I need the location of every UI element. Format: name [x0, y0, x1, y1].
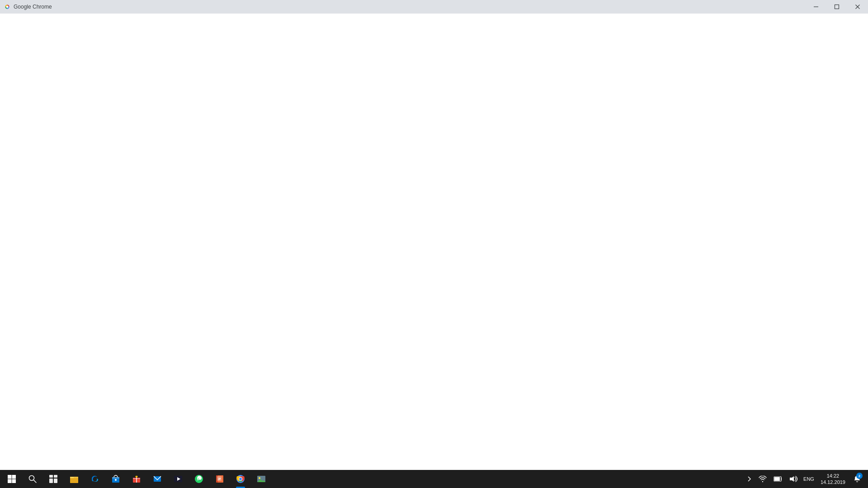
battery-icon[interactable] — [771, 470, 785, 488]
language-indicator[interactable]: ENG — [802, 470, 816, 488]
time-display: 14:22 — [827, 473, 840, 479]
taskbar-icon-chrome[interactable] — [231, 470, 250, 488]
taskbar-search-button[interactable] — [23, 470, 42, 488]
taskbar: P — [0, 470, 868, 488]
svg-rect-4 — [835, 5, 839, 9]
svg-rect-13 — [49, 475, 53, 478]
svg-marker-44 — [790, 476, 794, 482]
svg-rect-8 — [12, 475, 16, 479]
notification-badge: 2 — [856, 473, 863, 479]
svg-rect-21 — [112, 477, 119, 479]
svg-point-41 — [762, 481, 763, 482]
taskbar-icon-powerpoint[interactable]: P — [210, 470, 230, 488]
wifi-icon[interactable] — [755, 470, 770, 488]
svg-point-37 — [239, 478, 242, 480]
svg-point-22 — [115, 479, 117, 481]
show-hidden-icons-button[interactable] — [744, 470, 755, 488]
minimize-button[interactable] — [806, 0, 826, 14]
volume-icon[interactable] — [786, 470, 801, 488]
svg-rect-16 — [54, 479, 57, 483]
svg-point-11 — [29, 476, 34, 481]
svg-rect-9 — [8, 479, 12, 483]
taskbar-icon-mail[interactable] — [147, 470, 167, 488]
svg-rect-10 — [12, 479, 16, 483]
title-bar-left: Google Chrome — [4, 3, 52, 10]
taskbar-icon-file-explorer[interactable] — [64, 470, 84, 488]
notification-button[interactable]: 2 — [850, 470, 864, 488]
svg-rect-14 — [54, 475, 57, 478]
title-bar-text: Google Chrome — [14, 4, 52, 10]
system-tray: ENG 14:22 14.12.2019 2 — [742, 470, 866, 488]
taskbar-icon-image-viewer[interactable] — [251, 470, 271, 488]
svg-rect-19 — [70, 477, 74, 478]
taskbar-icon-edge[interactable] — [85, 470, 105, 488]
chrome-logo-icon — [4, 3, 11, 10]
taskbar-icon-gift[interactable] — [127, 470, 146, 488]
svg-point-1 — [6, 6, 9, 8]
svg-rect-7 — [8, 475, 12, 479]
svg-point-39 — [259, 477, 260, 479]
svg-line-12 — [34, 480, 37, 483]
svg-rect-43 — [774, 477, 780, 481]
maximize-button[interactable] — [826, 0, 847, 14]
taskbar-icon-whatsapp[interactable] — [189, 470, 209, 488]
title-bar: Google Chrome — [0, 0, 868, 14]
date-display: 14.12.2019 — [821, 479, 845, 485]
browser-content-area — [0, 14, 868, 470]
taskbar-icon-media[interactable] — [168, 470, 188, 488]
taskbar-icon-store[interactable] — [106, 470, 126, 488]
task-view-button[interactable] — [43, 470, 63, 488]
window-controls — [806, 0, 868, 14]
start-button[interactable] — [2, 470, 22, 488]
datetime-display[interactable]: 14:22 14.12.2019 — [817, 470, 849, 488]
svg-rect-15 — [49, 479, 53, 483]
svg-text:P: P — [218, 477, 221, 481]
close-button[interactable] — [847, 0, 868, 14]
